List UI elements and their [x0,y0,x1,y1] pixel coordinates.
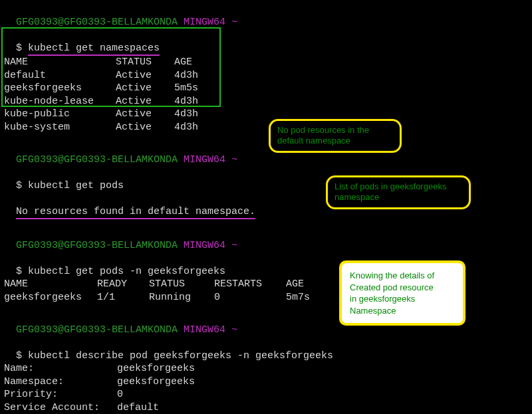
describe-output: Name:geeksforgeeks Namespace:geeksforgee… [4,362,528,414]
command-text: kubectl describe pod geeksforgeeks -n ge… [22,350,333,362]
prompt-tilde: ~ [231,17,237,28]
prompt-host: GFG0393-BELLAMKONDA [64,17,178,28]
prompt-line: GFG0393@GFG0393-BELLAMKONDA MINGW64 ~ [4,3,528,29]
prompt-line: GFG0393@GFG0393-BELLAMKONDA MINGW64 ~ [4,140,528,166]
prompt-user: GFG0393 [16,17,58,28]
prompt-line: GFG0393@GFG0393-BELLAMKONDA MINGW64 ~ [4,226,528,252]
highlight-box-namespaces [1,27,221,107]
prompt-shell: MINGW64 [184,17,225,28]
callout-no-pod: No pod resources in the default namespac… [269,119,402,153]
callout-details: Knowing the details of Created pod resou… [339,260,466,326]
command-line[interactable]: $ kubectl describe pod geeksforgeeks -n … [4,336,528,362]
command-text: kubectl get pods [28,180,124,191]
callout-list-pods: List of pods in geeksforgeeks namespace [326,175,471,209]
command-text: kubectl get pods -n geeksforgeeks [28,266,225,277]
